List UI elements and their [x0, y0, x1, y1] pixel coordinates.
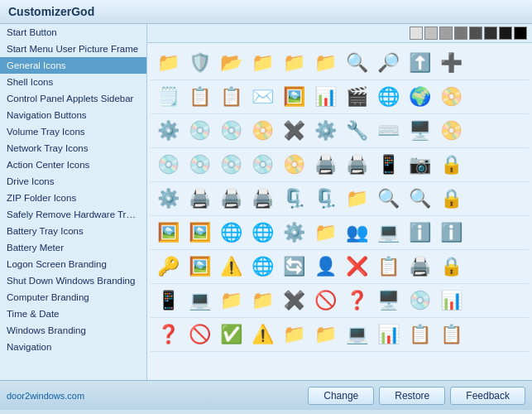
- icon-cell-r7-c6[interactable]: 👤: [309, 252, 341, 282]
- icon-cell-r1-c2[interactable]: 🛡️: [184, 48, 215, 78]
- icon-cell-r6-c1[interactable]: 🖼️: [152, 218, 184, 248]
- icon-cell-r6-c10[interactable]: ℹ️: [435, 218, 467, 248]
- color-swatch-medium-gray[interactable]: [439, 26, 453, 40]
- icon-cell-r3-c10[interactable]: 📀: [435, 116, 467, 146]
- color-swatch-gray[interactable]: [424, 26, 438, 40]
- icon-cell-r4-c6[interactable]: 🖨️: [309, 150, 341, 180]
- icon-cell-r6-c9[interactable]: ℹ️: [404, 218, 435, 248]
- icon-cell-r1-c1[interactable]: 📁: [152, 48, 184, 78]
- icon-cell-r5-c3[interactable]: 🖨️: [215, 184, 247, 214]
- icon-cell-r9-c3[interactable]: ✅: [215, 320, 247, 349]
- icon-cell-r4-c9[interactable]: 📷: [404, 150, 435, 180]
- icon-cell-r8-c2[interactable]: 💻: [184, 286, 215, 315]
- icon-cell-r9-c4[interactable]: ⚠️: [247, 320, 278, 349]
- icon-cell-r6-c3[interactable]: 🌐: [215, 218, 247, 248]
- icon-cell-r7-c5[interactable]: 🔄: [278, 252, 309, 282]
- sidebar-item-navigation-buttons[interactable]: Navigation Buttons: [0, 107, 146, 123]
- icon-cell-r3-c2[interactable]: 💿: [184, 116, 215, 146]
- icon-cell-r5-c4[interactable]: 🖨️: [247, 184, 278, 214]
- icon-cell-r6-c2[interactable]: 🖼️: [184, 218, 215, 248]
- icon-cell-r2-c10[interactable]: 📀: [435, 82, 467, 112]
- sidebar-item-battery-meter[interactable]: Battery Meter: [0, 239, 146, 256]
- sidebar-item-drive-icons[interactable]: Drive Icons: [0, 173, 146, 190]
- icon-cell-r5-c9[interactable]: 🔍: [404, 184, 435, 214]
- icon-cell-r4-c3[interactable]: 💿: [215, 150, 247, 180]
- icon-cell-r9-c7[interactable]: 💻: [341, 320, 372, 349]
- icon-cell-r2-c2[interactable]: 📋: [184, 82, 215, 112]
- icon-cell-r9-c5[interactable]: 📁: [278, 320, 309, 349]
- icon-cell-r6-c5[interactable]: ⚙️: [278, 218, 309, 248]
- icon-cell-r3-c8[interactable]: ⌨️: [372, 116, 404, 146]
- brand-link[interactable]: door2windows.com: [7, 391, 84, 401]
- restore-button[interactable]: Restore: [379, 387, 445, 405]
- color-swatch-dark-gray[interactable]: [454, 26, 467, 40]
- sidebar-item-start-button[interactable]: Start Button: [0, 24, 146, 41]
- sidebar-item-logon-branding[interactable]: Logon Screen Branding: [0, 256, 146, 272]
- icon-cell-r3-c4[interactable]: 📀: [247, 116, 278, 146]
- icon-cell-r2-c8[interactable]: 🌐: [372, 82, 404, 112]
- icon-cell-r4-c7[interactable]: 🖨️: [341, 150, 372, 180]
- icon-cell-r1-c4[interactable]: 📁: [247, 48, 278, 78]
- sidebar-item-safely-remove[interactable]: Safely Remove Hardware Tray Icon: [0, 206, 146, 223]
- sidebar-item-time-date[interactable]: Time & Date: [0, 306, 146, 322]
- icon-cell-r7-c3[interactable]: ⚠️: [215, 252, 247, 282]
- icon-cell-r5-c8[interactable]: 🔍: [372, 184, 404, 214]
- icon-cell-r9-c10[interactable]: 📋: [435, 320, 467, 349]
- icon-cell-r3-c3[interactable]: 💿: [215, 116, 247, 146]
- sidebar-item-computer-branding[interactable]: Computer Branding: [0, 289, 146, 306]
- sidebar-item-control-panel[interactable]: Control Panel Applets Sidebar: [0, 90, 146, 107]
- color-swatch-light-gray[interactable]: [410, 26, 423, 40]
- icon-cell-r1-c3[interactable]: 📂: [215, 48, 247, 78]
- icon-cell-r1-c7[interactable]: 🔍: [341, 48, 372, 78]
- icon-cell-r9-c6[interactable]: 📁: [309, 320, 341, 349]
- icon-cell-r7-c8[interactable]: 📋: [372, 252, 404, 282]
- icon-cell-r2-c3[interactable]: 📋: [215, 82, 247, 112]
- icon-cell-r5-c6[interactable]: 🗜️: [309, 184, 341, 214]
- icon-cell-r8-c1[interactable]: 📱: [152, 286, 184, 315]
- sidebar-item-volume-tray[interactable]: Volume Tray Icons: [0, 123, 146, 140]
- sidebar-item-start-menu-user[interactable]: Start Menu User Picture Frame: [0, 41, 146, 57]
- icon-cell-r6-c7[interactable]: 👥: [341, 218, 372, 248]
- icon-cell-r6-c8[interactable]: 💻: [372, 218, 404, 248]
- icon-cell-r2-c4[interactable]: ✉️: [247, 82, 278, 112]
- feedback-button[interactable]: Feedback: [450, 387, 525, 405]
- icon-cell-r8-c8[interactable]: 🖥️: [372, 286, 404, 315]
- icon-cell-r7-c9[interactable]: 🖨️: [404, 252, 435, 282]
- icon-cell-r7-c7[interactable]: ❌: [341, 252, 372, 282]
- sidebar-item-network-tray[interactable]: Network Tray Icons: [0, 140, 146, 156]
- icon-cell-r8-c5[interactable]: ✖️: [278, 286, 309, 315]
- icon-cell-r1-c5[interactable]: 📁: [278, 48, 309, 78]
- icon-cell-r9-c8[interactable]: 📊: [372, 320, 404, 349]
- icon-cell-r8-c4[interactable]: 📁: [247, 286, 278, 315]
- icon-cell-r3-c1[interactable]: ⚙️: [152, 116, 184, 146]
- icon-cell-r3-c9[interactable]: 🖥️: [404, 116, 435, 146]
- icon-cell-r4-c4[interactable]: 💿: [247, 150, 278, 180]
- icon-cell-r9-c2[interactable]: 🚫: [184, 320, 215, 349]
- icon-cell-r8-c6[interactable]: 🚫: [309, 286, 341, 315]
- color-swatch-darker-gray[interactable]: [469, 26, 482, 40]
- icon-cell-r5-c5[interactable]: 🗜️: [278, 184, 309, 214]
- icon-cell-r3-c7[interactable]: 🔧: [341, 116, 372, 146]
- change-button[interactable]: Change: [308, 387, 374, 405]
- icon-cell-r2-c9[interactable]: 🌍: [404, 82, 435, 112]
- icon-cell-r6-c4[interactable]: 🌐: [247, 218, 278, 248]
- sidebar-item-zip-folder[interactable]: ZIP Folder Icons: [0, 190, 146, 206]
- icon-cell-r9-c1[interactable]: ❓: [152, 320, 184, 349]
- icon-cell-r5-c2[interactable]: 🖨️: [184, 184, 215, 214]
- sidebar-item-shutdown-branding[interactable]: Shut Down Windows Branding: [0, 272, 146, 289]
- icon-cell-r8-c7[interactable]: ❓: [341, 286, 372, 315]
- icon-cell-r1-c6[interactable]: 📁: [309, 48, 341, 78]
- icon-cell-r7-c4[interactable]: 🌐: [247, 252, 278, 282]
- icon-cell-r5-c7[interactable]: 📁: [341, 184, 372, 214]
- icon-cell-r6-c6[interactable]: 📁: [309, 218, 341, 248]
- sidebar-item-general-icons[interactable]: General Icons: [0, 57, 146, 74]
- sidebar-item-action-center[interactable]: Action Center Icons: [0, 156, 146, 173]
- icon-cell-r1-c10[interactable]: ➕: [435, 48, 467, 78]
- icon-cell-r4-c5[interactable]: 📀: [278, 150, 309, 180]
- icon-cell-r4-c10[interactable]: 🔒: [435, 150, 467, 180]
- icon-cell-r4-c2[interactable]: 💿: [184, 150, 215, 180]
- icon-cell-r5-c1[interactable]: ⚙️: [152, 184, 184, 214]
- icon-cell-r1-c8[interactable]: 🔎: [372, 48, 404, 78]
- icon-cell-r1-c9[interactable]: ⬆️: [404, 48, 435, 78]
- icon-cell-r7-c1[interactable]: 🔑: [152, 252, 184, 282]
